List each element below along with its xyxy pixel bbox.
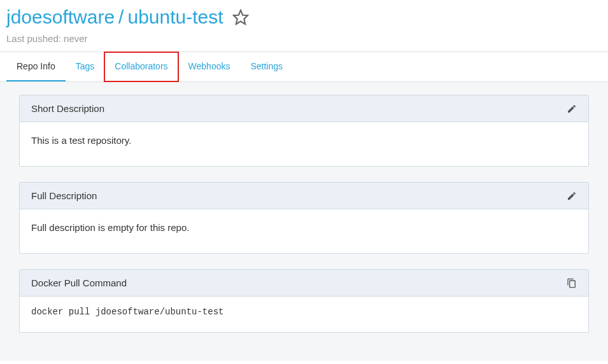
pull-command-panel: Docker Pull Command docker pull jdoesoft…: [19, 269, 589, 333]
repo-header: jdoesoftware/ubuntu-test Last pushed: ne…: [0, 0, 608, 52]
pull-command-body: docker pull jdoesoftware/ubuntu-test: [20, 297, 588, 332]
star-icon[interactable]: [232, 9, 249, 25]
tab-settings[interactable]: Settings: [240, 52, 293, 81]
edit-icon[interactable]: [567, 104, 577, 114]
copy-icon[interactable]: [567, 278, 577, 288]
short-description-header: Short Description: [20, 95, 588, 122]
tab-tags[interactable]: Tags: [66, 52, 105, 81]
full-description-header: Full Description: [20, 183, 588, 209]
repo-title: jdoesoftware/ubuntu-test: [6, 6, 602, 28]
short-description-panel: Short Description This is a test reposit…: [19, 95, 589, 167]
repo-slash: /: [118, 6, 124, 28]
repo-name-link[interactable]: ubuntu-test: [127, 6, 223, 28]
short-description-body: This is a test repository.: [20, 122, 588, 166]
tab-collaborators[interactable]: Collaborators: [104, 52, 178, 81]
tabs-bar: Repo Info Tags Collaborators Webhooks Se…: [0, 52, 608, 82]
tab-webhooks[interactable]: Webhooks: [178, 52, 241, 81]
full-description-panel: Full Description Full description is emp…: [19, 182, 589, 254]
full-description-title: Full Description: [31, 190, 97, 201]
svg-marker-0: [234, 10, 248, 24]
last-pushed-label: Last pushed: never: [6, 33, 602, 44]
content-area: Short Description This is a test reposit…: [0, 82, 608, 361]
short-description-title: Short Description: [31, 103, 104, 114]
repo-owner-link[interactable]: jdoesoftware: [6, 6, 115, 28]
edit-icon[interactable]: [567, 191, 577, 201]
tab-repo-info[interactable]: Repo Info: [6, 52, 66, 81]
pull-command-header: Docker Pull Command: [20, 270, 588, 297]
full-description-body: Full description is empty for this repo.: [20, 209, 588, 253]
pull-command-title: Docker Pull Command: [31, 277, 127, 288]
